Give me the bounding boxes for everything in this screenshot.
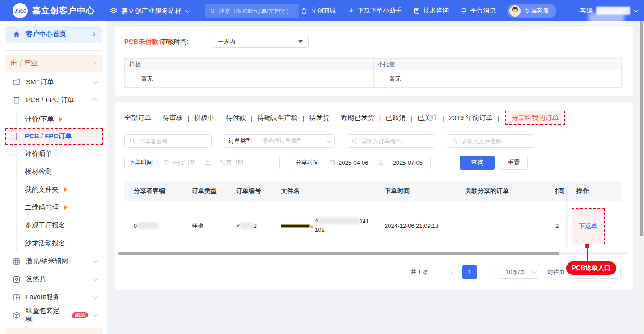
col-order-no: 订单编号 <box>227 187 272 195</box>
chevron-down-icon <box>93 294 98 299</box>
tab-cancelled[interactable]: 已取消 <box>386 114 406 122</box>
sidebar-item-qrcode[interactable]: 二维码管理 <box>25 199 68 216</box>
review-time-label: 审核时间: <box>161 38 188 46</box>
global-search[interactable] <box>205 4 299 18</box>
tab-recently-shipped[interactable]: 近期已发货 <box>341 114 374 122</box>
callout-stem <box>587 246 588 262</box>
cell-order-no: Y2 <box>227 222 272 229</box>
pagination-prev-button[interactable]: ‹ <box>447 265 457 279</box>
nav-tech-support[interactable]: 技术咨询 <box>413 7 449 15</box>
pcb-reorder-entry-callout: PCB返单入口 <box>566 261 616 275</box>
search-button[interactable]: 查询 <box>460 156 495 170</box>
page-size-select[interactable]: 10条/页 <box>500 265 539 279</box>
reset-button[interactable]: 重置 <box>500 156 528 170</box>
sidebar-label: 评价晒单 <box>25 150 52 158</box>
sidebar-item-pricing-order[interactable]: 计价/下单 <box>25 111 63 128</box>
table-row: 0 样板 Y2 2241 101 2024-12-06 21:09:13 2 <box>124 201 622 251</box>
sidebar-section-electronics[interactable]: 电子产业 <box>5 55 102 72</box>
sidebar-item-material-test[interactable]: 板材检测 <box>25 163 52 180</box>
download-icon <box>347 7 355 14</box>
sidebar-item-carton-custom[interactable]: 纸盒包装定制 NEW <box>5 307 102 323</box>
order-type-select[interactable]: 订单类型 请选择订单类型 <box>224 134 335 148</box>
sidebar-item-factory-visit[interactable]: 参观工厂报名 <box>25 217 65 234</box>
range-separator: 至 <box>378 158 384 167</box>
col-sharer-code: 分享者客编 <box>124 187 182 195</box>
chevron-up-icon <box>92 98 97 103</box>
empty-cell: 暂无 <box>373 70 621 87</box>
cell-order-type: 样板 <box>182 222 227 230</box>
tab-pending-shipment[interactable]: 待发货 <box>309 114 329 122</box>
divider <box>157 159 158 166</box>
file-name-field[interactable] <box>461 138 530 145</box>
horizontal-scrollbar-thumb[interactable] <box>118 252 559 255</box>
nav-download-helper[interactable]: 下载下单小助手 <box>347 7 402 15</box>
tab-followed[interactable]: 已关注 <box>417 114 437 122</box>
sidebar-item-review[interactable]: 评价晒单 <box>25 146 52 162</box>
tab-separator: | <box>379 115 381 122</box>
tab-pending-review[interactable]: 待审核 <box>163 114 183 122</box>
vertical-scrollbar-track[interactable] <box>640 21 644 334</box>
sidebar-item-pcb-fpc-order-list[interactable]: PCB / FPC订单 <box>25 128 72 145</box>
review-time-select[interactable]: 一周内 <box>212 35 309 48</box>
sidebar-item-smt-orders[interactable]: SMT订单 <box>5 74 102 90</box>
sidebar-item-pcb-fpc-orders[interactable]: PCB / FPC 订单 <box>5 92 102 108</box>
jlc-logo[interactable]: J@LC 嘉立创客户中心 <box>13 3 95 18</box>
sidebar-label: 纸盒包装定制 <box>26 307 65 324</box>
share-time-range-picker[interactable]: 分享时间 2025-04-06 至 2025-07-05 <box>291 156 431 169</box>
order-no-input[interactable] <box>347 134 434 148</box>
nav-messages[interactable]: 平台消息 <box>460 7 496 15</box>
global-search-input[interactable] <box>219 8 295 14</box>
range-separator: 至 <box>205 158 211 167</box>
sharer-code-input[interactable] <box>124 134 212 148</box>
search-icon <box>352 138 358 144</box>
sidebar-home-label: 客户中心首页 <box>26 30 66 39</box>
tab-pre-2019[interactable]: 2019 年前订单 <box>449 114 493 122</box>
tab-all-orders[interactable]: 全部订单 <box>124 114 151 122</box>
sidebar-item-layout-service[interactable]: Layout服务 <box>5 289 102 305</box>
tab-panelizing[interactable]: 拼板中 <box>194 114 214 122</box>
sidebar-item-heating-film[interactable]: 发热片 <box>5 271 102 287</box>
end-date-placeholder: 结束日期 <box>220 158 243 167</box>
tab-separator: | <box>219 115 221 122</box>
nav-mall[interactable]: 立创商城 <box>301 7 336 15</box>
column-header-small-batch: 小批量 <box>373 59 621 70</box>
share-end-date: 2025-07-05 <box>393 159 423 166</box>
tab-confirm-artwork[interactable]: 待确认生产稿 <box>258 114 298 122</box>
dedicated-service-button[interactable]: 专属客服 <box>507 4 556 18</box>
chevron-down-icon <box>634 8 638 13</box>
dropdown-arrow-icon <box>298 40 303 43</box>
horizontal-scrollbar-track[interactable] <box>118 252 628 255</box>
order-no-field[interactable] <box>361 138 429 145</box>
sidebar-label: PCB / FPC订单 <box>25 132 72 141</box>
pcb-thumbnail <box>281 224 310 228</box>
reorder-link[interactable]: 下返单 <box>579 223 597 231</box>
orders-table: 分享者客编 订单类型 订单编号 文件名 下单时间 关联分享的订单 分享时间 0 … <box>124 181 622 251</box>
pagination-page-1[interactable]: 1 <box>462 265 477 279</box>
site-group-menu[interactable]: 嘉立创产业服务站群 <box>110 7 188 15</box>
sidebar-item-stencil[interactable]: 激光/纳米钢网 <box>5 253 102 270</box>
tab-separator: | <box>497 115 499 122</box>
sharer-code-field[interactable] <box>139 138 207 145</box>
sidebar-item-salon-event[interactable]: 沙龙活动报名 <box>25 235 65 252</box>
file-name-input[interactable] <box>447 134 534 148</box>
col-file-name: 文件名 <box>272 187 376 195</box>
tab-separator: | <box>303 115 305 122</box>
cell-text: Y <box>236 223 240 229</box>
tab-shared-with-me[interactable]: 分享给我的订单 <box>505 111 565 125</box>
shopping-bag-icon <box>301 7 308 14</box>
vertical-scrollbar-thumb[interactable] <box>640 21 643 236</box>
col-action: 操作 <box>568 181 622 201</box>
tab-pending-payment[interactable]: 待付款 <box>226 114 246 122</box>
order-time-range-picker[interactable]: 下单时间 开始日期 至 结束日期 <box>124 156 280 169</box>
hot-flame-icon <box>56 116 63 123</box>
pagination-next-button[interactable]: › <box>486 265 496 279</box>
sidebar-item-home[interactable]: 客户中心首页 <box>5 26 102 43</box>
chevron-down-icon <box>93 79 98 84</box>
sidebar-item-my-folder[interactable]: 我的文件夹 <box>25 181 68 198</box>
start-date-placeholder: 开始日期 <box>172 158 195 167</box>
col-clipped: 分享时间 <box>555 187 564 195</box>
divider <box>324 159 324 166</box>
grid-icon <box>13 257 21 265</box>
empty-cell: 暂无 <box>125 70 373 87</box>
divider <box>257 137 257 145</box>
